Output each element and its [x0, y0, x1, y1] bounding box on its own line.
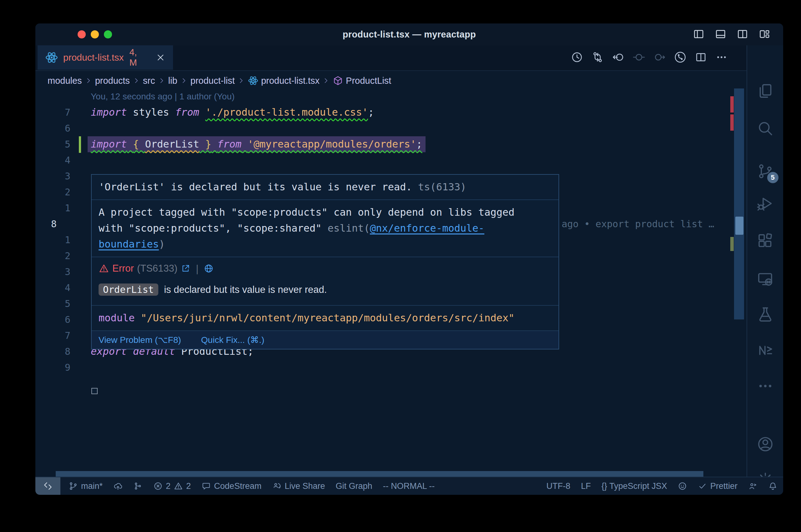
status-encoding[interactable]: UTF-8	[546, 481, 570, 491]
split-editor-button[interactable]	[695, 51, 707, 63]
globe-icon[interactable]	[204, 264, 214, 273]
line-number: 4	[35, 280, 70, 296]
line-number	[35, 89, 70, 104]
chevron-right-icon	[237, 77, 245, 85]
screen: product-list.tsx — myreactapp product-li…	[0, 0, 801, 532]
horizontal-scrollbar[interactable]	[56, 471, 703, 477]
badge: 5	[767, 172, 779, 183]
status-git-graph-status[interactable]	[133, 481, 143, 491]
window-title: product-list.tsx — myreactapp	[35, 23, 783, 45]
error-detail: OrderList is declared but its value is n…	[92, 276, 559, 306]
breadcrumb-bar: modulesproductssrclibproduct-listproduct…	[35, 71, 747, 90]
status-publish-changes[interactable]	[113, 481, 123, 491]
check-icon	[698, 481, 707, 491]
status-live-share-contacts[interactable]	[748, 481, 758, 491]
eslint-rule-link[interactable]: boundaries	[98, 238, 159, 250]
more-actions-button[interactable]	[715, 51, 728, 63]
toggle-panel[interactable]	[714, 28, 727, 40]
code-row: 5import { OrderList } from '@myreactapp/…	[35, 136, 747, 152]
error-hover-tooltip: 'OrderList' is declared but its value is…	[91, 174, 559, 349]
status-eol[interactable]: LF	[581, 481, 591, 491]
breadcrumb-item-lib[interactable]: lib	[168, 76, 177, 86]
scrollbar-track[interactable]	[734, 89, 744, 320]
line-number: 4	[35, 152, 70, 168]
activity-testing[interactable]	[757, 305, 774, 323]
activity-search[interactable]	[757, 120, 774, 137]
breadcrumb-item-product-list-tsx[interactable]: product-list.tsx	[248, 75, 320, 86]
toggle-secondary-sidebar[interactable]	[736, 28, 749, 40]
warning-triangle-icon	[174, 481, 183, 491]
activity-extensions[interactable]	[757, 232, 774, 250]
symbol-chip: OrderList	[98, 284, 158, 296]
line-number: 6	[35, 312, 70, 327]
react-icon	[248, 75, 258, 86]
chevron-right-icon	[85, 77, 93, 85]
toggle-primary-sidebar[interactable]	[692, 28, 705, 40]
status-feedback[interactable]	[678, 481, 687, 491]
close-icon[interactable]	[156, 52, 165, 63]
activity-run-debug[interactable]	[757, 195, 774, 212]
run-debug-icon	[757, 195, 774, 212]
activity-remote-explorer[interactable]	[757, 270, 774, 288]
ts-diagnostic: 'OrderList' is declared but its value is…	[92, 175, 559, 200]
view-problem-link[interactable]: View Problem (⌥F8)	[98, 335, 181, 345]
external-link-icon[interactable]	[181, 264, 190, 273]
status-notifications[interactable]	[768, 481, 778, 491]
line-number: 3	[35, 168, 70, 184]
status-problems[interactable]: 22	[153, 481, 191, 491]
breadcrumb-item-product-list[interactable]: product-list	[190, 76, 235, 86]
breadcrumb-item-src[interactable]: src	[143, 76, 155, 86]
status-remote-indicator[interactable]	[35, 477, 60, 495]
activity-explorer[interactable]	[757, 82, 774, 100]
line-number: 6	[35, 120, 70, 136]
line-number: 5	[35, 296, 70, 312]
status-git-branch[interactable]: main*	[69, 481, 103, 491]
go-back-button[interactable]	[612, 51, 624, 63]
line-number: 2	[35, 248, 70, 264]
breadcrumb-item-products[interactable]: products	[95, 76, 130, 86]
code-editor[interactable]: You, 12 seconds ago | 1 author (You)7imp…	[35, 90, 747, 477]
line-number: 9	[35, 359, 70, 375]
line-number: 5	[35, 136, 70, 152]
activity-source-control[interactable]: 5	[757, 163, 774, 180]
tooltip-resize-handle[interactable]	[91, 388, 98, 394]
gitlens-inline-blame: ago • export product list …	[562, 216, 714, 232]
activity-nx-console[interactable]	[757, 342, 774, 359]
git-branch-icon	[69, 481, 78, 491]
more-icon	[757, 377, 774, 395]
quick-fix-link[interactable]: Quick Fix... (⌘.)	[201, 335, 265, 345]
git-graph-view-button[interactable]	[674, 51, 687, 63]
live-share-icon	[272, 481, 281, 491]
activity-accounts[interactable]	[757, 435, 774, 453]
error-header: Error (TS6133) |	[92, 257, 559, 276]
status-codestream[interactable]: CodeStream	[201, 481, 261, 491]
status-vim-mode[interactable]: -- NORMAL --	[383, 481, 435, 491]
extensions-icon	[757, 232, 774, 250]
chevron-right-icon	[322, 77, 330, 85]
code-row: 4	[35, 152, 747, 168]
status-language-mode[interactable]: {} TypeScript JSX	[601, 481, 667, 491]
overview-ruler-error-mark	[730, 96, 734, 113]
gitlens-codelens[interactable]: You, 12 seconds ago | 1 author (You)	[91, 89, 235, 104]
customize-layout[interactable]	[758, 28, 771, 40]
title-bar: product-list.tsx — myreactapp	[35, 23, 783, 45]
status-git-graph[interactable]: Git Graph	[336, 481, 372, 491]
open-changes-button[interactable]	[591, 51, 604, 63]
breadcrumb-item-productlist[interactable]: ProductList	[333, 75, 391, 86]
tab-product-list[interactable]: product-list.tsx 4, M	[38, 45, 173, 70]
line-number-current: 8	[35, 216, 70, 232]
breadcrumb-item-modules[interactable]: modules	[48, 76, 82, 86]
hover-actions: View Problem (⌥F8)Quick Fix... (⌘.)	[92, 331, 559, 349]
smiley-icon	[678, 481, 687, 491]
status-prettier[interactable]: Prettier	[698, 481, 738, 491]
remote-explorer-icon	[757, 270, 774, 288]
code-row: 9	[35, 359, 747, 375]
line-number: 3	[35, 264, 70, 280]
eslint-rule-link[interactable]: @nx/enforce-module-	[370, 222, 484, 234]
status-live-share[interactable]: Live Share	[272, 481, 325, 491]
chevron-right-icon	[180, 77, 188, 85]
timeline-history-button[interactable]	[571, 51, 583, 63]
account-icon	[757, 435, 774, 453]
activity-more-views[interactable]	[757, 377, 774, 395]
scrollbar-thumb[interactable]	[735, 216, 743, 235]
